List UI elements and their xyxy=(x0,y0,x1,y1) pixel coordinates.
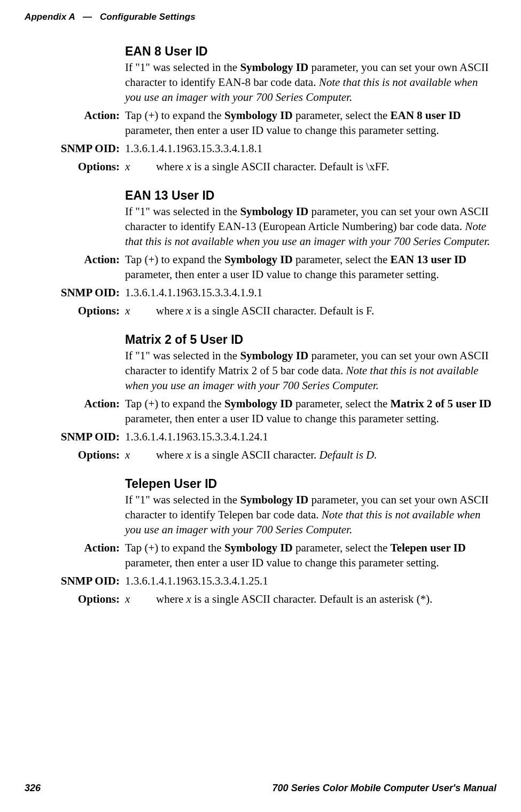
label-options: Options: xyxy=(25,592,125,606)
t: Tap (+) to expand the xyxy=(125,109,224,122)
t: Telepen user ID xyxy=(391,541,466,554)
options-symbol: x xyxy=(125,159,156,174)
snmp-row: SNMP OID: 1.3.6.1.4.1.1963.15.3.3.4.1.24… xyxy=(25,429,496,444)
t: where xyxy=(156,304,186,317)
value-action: Tap (+) to expand the Symbology ID param… xyxy=(125,540,496,570)
gap xyxy=(25,321,496,332)
section-heading: EAN 8 User ID xyxy=(125,44,496,59)
label-snmp: SNMP OID: xyxy=(25,285,125,300)
page: Appendix A — Configurable Settings EAN 8… xyxy=(0,0,521,812)
t: parameter, select the xyxy=(293,109,391,122)
t: If "1" was selected in the xyxy=(125,493,240,506)
options-row: Options: x where x is a single ASCII cha… xyxy=(25,447,496,462)
value-action: Tap (+) to expand the Symbology ID param… xyxy=(125,252,496,282)
label-action: Action: xyxy=(25,108,125,123)
action-row: Action: Tap (+) to expand the Symbology … xyxy=(25,108,496,138)
t: EAN 13 user ID xyxy=(391,253,467,266)
t: If "1" was selected in the xyxy=(125,61,240,74)
value-snmp: 1.3.6.1.4.1.1963.15.3.3.4.1.8.1 xyxy=(125,141,496,156)
t: Symbology ID xyxy=(224,397,293,410)
section-heading: Matrix 2 of 5 User ID xyxy=(125,332,496,347)
t: Tap (+) to expand the xyxy=(125,541,224,554)
header-appendix: Appendix xyxy=(25,12,66,22)
section-heading: EAN 13 User ID xyxy=(125,188,496,203)
section-intro: If "1" was selected in the Symbology ID … xyxy=(125,492,496,537)
label-snmp: SNMP OID: xyxy=(25,141,125,156)
section-block: Matrix 2 of 5 User ID If "1" was selecte… xyxy=(125,332,496,393)
t: parameter, select the xyxy=(293,253,391,266)
t: where xyxy=(156,160,186,173)
gap xyxy=(25,466,496,476)
action-row: Action: Tap (+) to expand the Symbology … xyxy=(25,540,496,570)
value-options: x where x is a single ASCII character. D… xyxy=(125,592,496,606)
section-heading-row: Matrix 2 of 5 User ID If "1" was selecte… xyxy=(25,332,496,393)
label-options: Options: xyxy=(25,303,125,318)
action-row: Action: Tap (+) to expand the Symbology … xyxy=(25,396,496,426)
t: Default is D. xyxy=(320,448,377,461)
t: Symbology ID xyxy=(224,253,293,266)
options-desc: where x is a single ASCII character. Def… xyxy=(156,447,377,462)
value-action: Tap (+) to expand the Symbology ID param… xyxy=(125,396,496,426)
t: is a single ASCII character. xyxy=(191,448,320,461)
value-options: x where x is a single ASCII character. D… xyxy=(125,303,496,318)
label-snmp: SNMP OID: xyxy=(25,429,125,444)
header-letter: A xyxy=(68,12,75,22)
t: parameter, then enter a user ID value to… xyxy=(125,556,439,569)
label-options: Options: xyxy=(25,159,125,174)
t: Symbology ID xyxy=(240,61,308,74)
value-action: Tap (+) to expand the Symbology ID param… xyxy=(125,108,496,138)
t: parameter, then enter a user ID value to… xyxy=(125,412,439,425)
label-snmp: SNMP OID: xyxy=(25,573,125,588)
options-desc: where x is a single ASCII character. Def… xyxy=(156,159,389,174)
snmp-row: SNMP OID: 1.3.6.1.4.1.1963.15.3.3.4.1.9.… xyxy=(25,285,496,300)
value-snmp: 1.3.6.1.4.1.1963.15.3.3.4.1.25.1 xyxy=(125,573,496,588)
options-symbol: x xyxy=(125,592,156,606)
value-snmp: 1.3.6.1.4.1.1963.15.3.3.4.1.9.1 xyxy=(125,285,496,300)
t: where xyxy=(156,593,186,605)
footer-title: 700 Series Color Mobile Computer User's … xyxy=(273,783,496,794)
page-number: 326 xyxy=(25,783,41,794)
options-symbol: x xyxy=(125,303,156,318)
t: Tap (+) to expand the xyxy=(125,397,224,410)
t: Symbology ID xyxy=(240,493,308,506)
t: Symbology ID xyxy=(224,109,293,122)
section-heading-row: EAN 13 User ID If "1" was selected in th… xyxy=(25,188,496,249)
t: EAN 8 user ID xyxy=(391,109,461,122)
label-options: Options: xyxy=(25,447,125,462)
section-block: Telepen User ID If "1" was selected in t… xyxy=(125,476,496,537)
options-desc: where x is a single ASCII character. Def… xyxy=(156,592,432,606)
t: parameter, select the xyxy=(293,397,391,410)
t: x xyxy=(186,304,191,317)
t: Symbology ID xyxy=(240,205,308,218)
value-snmp: 1.3.6.1.4.1.1963.15.3.3.4.1.24.1 xyxy=(125,429,496,444)
t: x xyxy=(186,593,191,605)
t: Matrix 2 of 5 user ID xyxy=(391,397,492,410)
t: If "1" was selected in the xyxy=(125,349,240,362)
gap xyxy=(25,177,496,188)
t: where xyxy=(156,448,186,461)
options-desc: where x is a single ASCII character. Def… xyxy=(156,303,374,318)
value-options: x where x is a single ASCII character. D… xyxy=(125,447,496,462)
options-row: Options: x where x is a single ASCII cha… xyxy=(25,592,496,606)
snmp-row: SNMP OID: 1.3.6.1.4.1.1963.15.3.3.4.1.8.… xyxy=(25,141,496,156)
snmp-row: SNMP OID: 1.3.6.1.4.1.1963.15.3.3.4.1.25… xyxy=(25,573,496,588)
t: Symbology ID xyxy=(240,349,308,362)
t: parameter, select the xyxy=(293,541,391,554)
section-intro: If "1" was selected in the Symbology ID … xyxy=(125,60,496,105)
body-content: EAN 8 User ID If "1" was selected in the… xyxy=(25,44,496,610)
footer: 326 700 Series Color Mobile Computer Use… xyxy=(25,783,496,794)
header-dash: — xyxy=(77,12,97,22)
section-heading-row: EAN 8 User ID If "1" was selected in the… xyxy=(25,44,496,105)
t: x xyxy=(186,448,191,461)
t: x xyxy=(186,160,191,173)
section-intro: If "1" was selected in the Symbology ID … xyxy=(125,348,496,393)
section-intro: If "1" was selected in the Symbology ID … xyxy=(125,204,496,249)
section-block: EAN 8 User ID If "1" was selected in the… xyxy=(125,44,496,105)
value-options: x where x is a single ASCII character. D… xyxy=(125,159,496,174)
t: is a single ASCII character. Default is … xyxy=(191,593,432,605)
label-action: Action: xyxy=(25,396,125,411)
options-row: Options: x where x is a single ASCII cha… xyxy=(25,159,496,174)
t: Symbology ID xyxy=(224,541,293,554)
section-block: EAN 13 User ID If "1" was selected in th… xyxy=(125,188,496,249)
label-action: Action: xyxy=(25,540,125,555)
